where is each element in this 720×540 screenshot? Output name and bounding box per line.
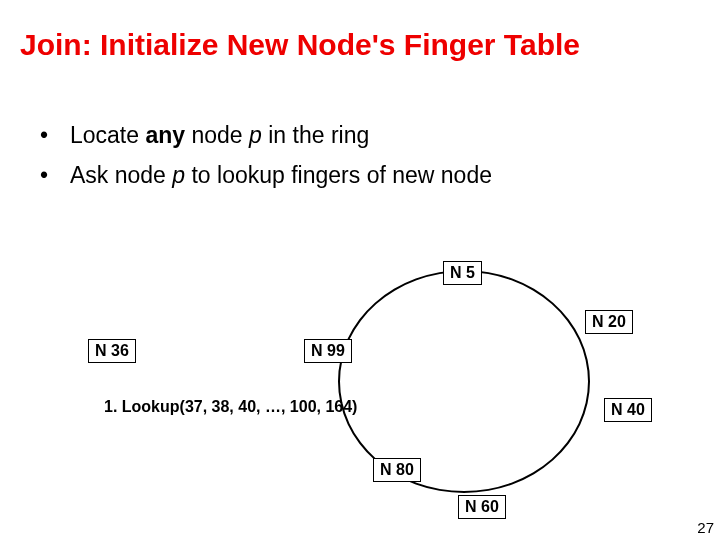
bullet-dot-icon: • [40, 115, 70, 155]
node-n36: N 36 [88, 339, 136, 363]
bullet-1-bold: any [145, 122, 185, 148]
slide-title: Join: Initialize New Node's Finger Table [20, 28, 580, 62]
node-n20: N 20 [585, 310, 633, 334]
bullet-2-text-b: to lookup fingers of new node [185, 162, 492, 188]
bullet-2-text-a: Ask node [70, 162, 172, 188]
lookup-step-note: 1. Lookup(37, 38, 40, …, 100, 164) [104, 398, 357, 416]
node-n80: N 80 [373, 458, 421, 482]
bullet-1-text-b: node [185, 122, 249, 148]
node-n60: N 60 [458, 495, 506, 519]
bullet-1-italic: p [249, 122, 262, 148]
bullet-list: • Locate any node p in the ring • Ask no… [40, 115, 492, 195]
node-n5: N 5 [443, 261, 482, 285]
node-n40: N 40 [604, 398, 652, 422]
bullet-2: • Ask node p to lookup fingers of new no… [40, 155, 492, 195]
page-number: 27 [697, 519, 714, 536]
bullet-1: • Locate any node p in the ring [40, 115, 492, 155]
bullet-2-italic: p [172, 162, 185, 188]
bullet-dot-icon: • [40, 155, 70, 195]
bullet-1-text-c: in the ring [262, 122, 369, 148]
bullet-1-text-a: Locate [70, 122, 145, 148]
node-n99: N 99 [304, 339, 352, 363]
